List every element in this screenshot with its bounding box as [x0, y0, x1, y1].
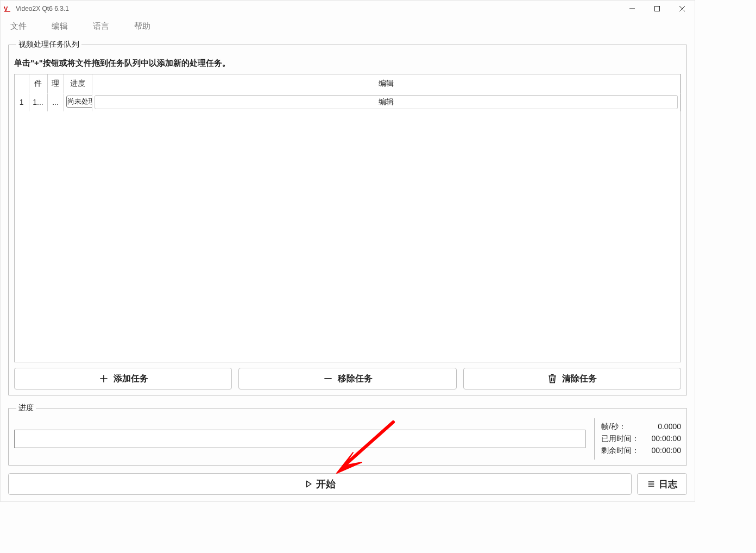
maximize-button[interactable] — [645, 1, 670, 17]
table-row[interactable]: 1 1... ... 尚未处理 编辑 — [15, 93, 681, 111]
overall-progress-bar — [14, 430, 585, 448]
remove-task-label: 移除任务 — [338, 373, 373, 385]
stat-elapsed: 已用时间： 00:00:00 — [601, 434, 681, 444]
window-title: Video2X Qt6 6.3.1 — [16, 5, 620, 12]
close-button[interactable] — [670, 1, 695, 17]
header-progress[interactable]: 进度 — [64, 74, 92, 93]
cell-edit: 编辑 — [92, 93, 681, 111]
add-task-label: 添加任务 — [114, 373, 148, 385]
menu-bar: 文件 编辑 语言 帮助 — [1, 17, 695, 35]
cell-file: 1... — [29, 93, 47, 111]
queue-action-row: 添加任务 移除任务 清除任务 — [14, 368, 681, 389]
table-header-row: 件 理 进度 编辑 — [15, 74, 681, 93]
log-label: 日志 — [659, 478, 677, 491]
cell-progress: 尚未处理 — [64, 93, 92, 111]
plus-icon — [98, 373, 109, 384]
clear-task-label: 清除任务 — [562, 373, 597, 385]
bottom-row: 开始 日志 — [8, 473, 687, 495]
svg-rect-1 — [655, 7, 660, 11]
svg-text:V: V — [4, 5, 8, 12]
progress-chip: 尚未处理 — [66, 96, 92, 108]
stat-remaining-value: 00:00:00 — [652, 446, 682, 456]
app-icon: V — [4, 4, 12, 13]
row-edit-button[interactable]: 编辑 — [94, 95, 678, 109]
progress-stats: 帧/秒： 0.0000 已用时间： 00:00:00 剩余时间： 00:00:0… — [594, 418, 681, 460]
remove-task-button[interactable]: 移除任务 — [238, 368, 456, 389]
stat-remaining: 剩余时间： 00:00:00 — [601, 446, 681, 456]
stat-fps-label: 帧/秒： — [601, 422, 626, 432]
queue-legend: 视频处理任务队列 — [16, 40, 81, 49]
log-button[interactable]: 日志 — [637, 473, 687, 495]
main-area: 视频处理任务队列 单击"+"按钮或将文件拖到任务队列中以添加新的处理任务。 件 … — [1, 35, 695, 501]
minimize-button[interactable] — [620, 1, 645, 17]
log-icon — [647, 480, 656, 488]
stat-fps-value: 0.0000 — [658, 422, 681, 432]
start-button[interactable]: 开始 — [8, 473, 632, 495]
progress-groupbox: 进度 帧/秒： 0.0000 已用时间： 00:00:00 剩余时间： 00:0… — [8, 403, 687, 466]
menu-file[interactable]: 文件 — [7, 19, 30, 34]
queue-groupbox: 视频处理任务队列 单击"+"按钮或将文件拖到任务队列中以添加新的处理任务。 件 … — [8, 40, 687, 395]
play-icon — [304, 480, 313, 488]
app-window: V Video2X Qt6 6.3.1 文件 编辑 语言 帮助 视频处理任务队列… — [0, 0, 695, 502]
menu-help[interactable]: 帮助 — [131, 19, 154, 34]
stat-remaining-label: 剩余时间： — [601, 446, 639, 456]
task-table[interactable]: 件 理 进度 编辑 1 1... ... 尚未处理 — [14, 74, 681, 362]
queue-hint: 单击"+"按钮或将文件拖到任务队列中以添加新的处理任务。 — [14, 58, 681, 68]
progress-legend: 进度 — [16, 403, 36, 413]
stat-fps: 帧/秒： 0.0000 — [601, 422, 681, 432]
cell-index: 1 — [15, 93, 29, 111]
clear-task-button[interactable]: 清除任务 — [463, 368, 681, 389]
header-edit[interactable]: 编辑 — [92, 74, 681, 93]
header-file[interactable]: 件 — [29, 74, 47, 93]
add-task-button[interactable]: 添加任务 — [14, 368, 232, 389]
window-controls — [620, 1, 695, 17]
table-empty-space — [15, 111, 681, 362]
cell-processor: ... — [47, 93, 64, 111]
header-index[interactable] — [15, 74, 29, 93]
menu-edit[interactable]: 编辑 — [48, 19, 71, 34]
progress-bar-area — [14, 418, 585, 460]
menu-language[interactable]: 语言 — [90, 19, 112, 34]
title-bar: V Video2X Qt6 6.3.1 — [1, 1, 695, 17]
stat-elapsed-label: 已用时间： — [601, 434, 639, 444]
stat-elapsed-value: 00:00:00 — [652, 434, 682, 444]
start-label: 开始 — [316, 477, 336, 491]
trash-icon — [547, 373, 558, 384]
header-processor[interactable]: 理 — [47, 74, 64, 93]
minus-icon — [323, 373, 333, 384]
